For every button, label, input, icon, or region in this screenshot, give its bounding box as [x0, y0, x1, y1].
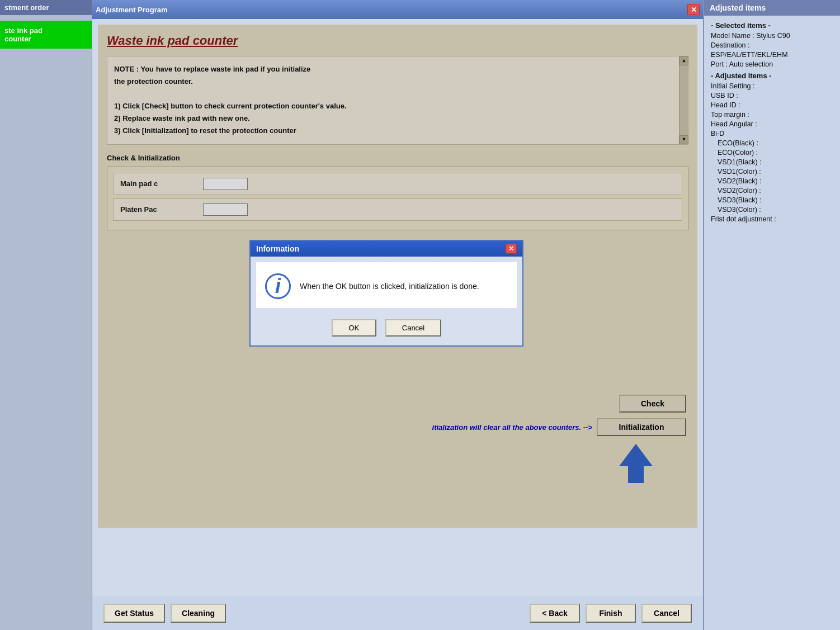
vsd2-color: VSD2(Color) :: [711, 187, 833, 195]
window-close-button[interactable]: ✕: [687, 4, 700, 15]
title-bar: Adjustment Program ✕: [92, 0, 703, 19]
model-name: Model Name : Stylus C90: [711, 32, 833, 40]
head-angular: Head Angular :: [711, 120, 833, 128]
back-button[interactable]: < Back: [530, 604, 580, 623]
modal-title-bar: Information ✕: [251, 241, 522, 257]
adjusted-items-label: - Adjusted items -: [711, 72, 833, 80]
information-dialog: Information ✕ i When the OK button is cl…: [249, 240, 523, 347]
sidebar-item-waste-ink[interactable]: ste ink padcounter: [0, 21, 92, 49]
modal-body: i When the OK button is clicked, initial…: [256, 262, 517, 308]
initial-setting: Initial Setting :: [711, 82, 833, 90]
title-bar-text: Adjustment Program: [96, 6, 168, 14]
top-margin: Top margin :: [711, 111, 833, 119]
right-sidebar: Adjusted items - Selected items - Model …: [703, 0, 840, 630]
modal-title-text: Information: [256, 244, 299, 253]
modal-overlay: Information ✕ i When the OK button is cl…: [98, 25, 697, 528]
eco-black: ECO(Black) :: [711, 139, 833, 147]
modal-ok-button[interactable]: OK: [332, 319, 376, 337]
get-status-button[interactable]: Get Status: [103, 604, 165, 623]
modal-close-button[interactable]: ✕: [506, 244, 517, 254]
cancel-button[interactable]: Cancel: [641, 604, 692, 623]
left-sidebar-title: stment order: [0, 0, 92, 15]
modal-cancel-button[interactable]: Cancel: [385, 319, 441, 337]
footer-bar: Get Status Cleaning < Back Finish Cancel: [92, 596, 703, 630]
vsd3-color: VSD3(Color) :: [711, 206, 833, 214]
vsd1-color: VSD1(Color) :: [711, 168, 833, 176]
eco-color: ECO(Color) :: [711, 149, 833, 157]
vsd2-black: VSD2(Black) :: [711, 177, 833, 185]
port-label: Port : Auto selection: [711, 60, 833, 68]
vsd3-black: VSD3(Black) :: [711, 196, 833, 204]
modal-buttons: OK Cancel: [251, 314, 522, 345]
content-area: Waste ink pad counter NOTE : You have to…: [98, 25, 697, 528]
info-icon: i: [265, 273, 291, 299]
right-sidebar-title: Adjusted items: [704, 0, 840, 16]
main-window: Adjustment Program ✕ Waste ink pad count…: [92, 0, 703, 630]
selected-items-label: - Selected items -: [711, 21, 833, 30]
bi-d-label: Bi-D: [711, 130, 833, 138]
usb-id: USB ID :: [711, 92, 833, 100]
modal-message: When the OK button is clicked, initializ…: [300, 282, 479, 291]
finish-button[interactable]: Finish: [586, 604, 636, 623]
vsd1-black: VSD1(Black) :: [711, 158, 833, 166]
left-sidebar: stment order ste ink padcounter: [0, 0, 92, 630]
destination-label: Destination :: [711, 41, 833, 49]
frist-dot: Frist dot adjustment :: [711, 215, 833, 223]
cleaning-button[interactable]: Cleaning: [171, 604, 226, 623]
destination-value: ESP/EAL/ETT/EKL/EHM: [711, 51, 833, 59]
head-id: Head ID :: [711, 101, 833, 109]
